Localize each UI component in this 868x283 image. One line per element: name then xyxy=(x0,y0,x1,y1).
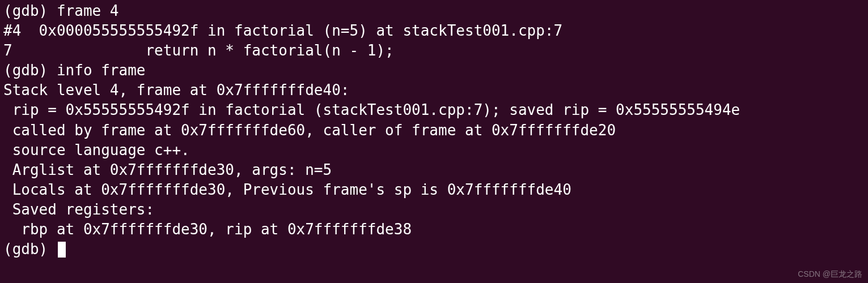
terminal-line: Stack level 4, frame at 0x7fffffffde40: xyxy=(3,80,865,100)
cursor-icon xyxy=(58,242,66,258)
watermark-text: CSDN @巨龙之路 xyxy=(798,269,862,280)
terminal-line: #4 0x000055555555492f in factorial (n=5)… xyxy=(3,21,865,41)
terminal-line: source language c++. xyxy=(3,140,865,160)
terminal-prompt-line[interactable]: (gdb) xyxy=(3,239,865,259)
terminal-line: Arglist at 0x7fffffffde30, args: n=5 xyxy=(3,160,865,180)
terminal-line: Locals at 0x7fffffffde30, Previous frame… xyxy=(3,180,865,200)
terminal-line: (gdb) frame 4 xyxy=(3,1,865,21)
terminal-line: (gdb) info frame xyxy=(3,61,865,80)
terminal-output: (gdb) frame 4 #4 0x000055555555492f in f… xyxy=(3,1,865,259)
gdb-prompt: (gdb) xyxy=(3,241,57,258)
terminal-line: called by frame at 0x7fffffffde60, calle… xyxy=(3,121,865,140)
terminal-line: 7 return n * factorial(n - 1); xyxy=(3,41,865,61)
terminal-line: Saved registers: xyxy=(3,200,865,220)
terminal-line: rip = 0x55555555492f in factorial (stack… xyxy=(3,100,865,120)
terminal-line: rbp at 0x7fffffffde30, rip at 0x7fffffff… xyxy=(3,220,865,239)
